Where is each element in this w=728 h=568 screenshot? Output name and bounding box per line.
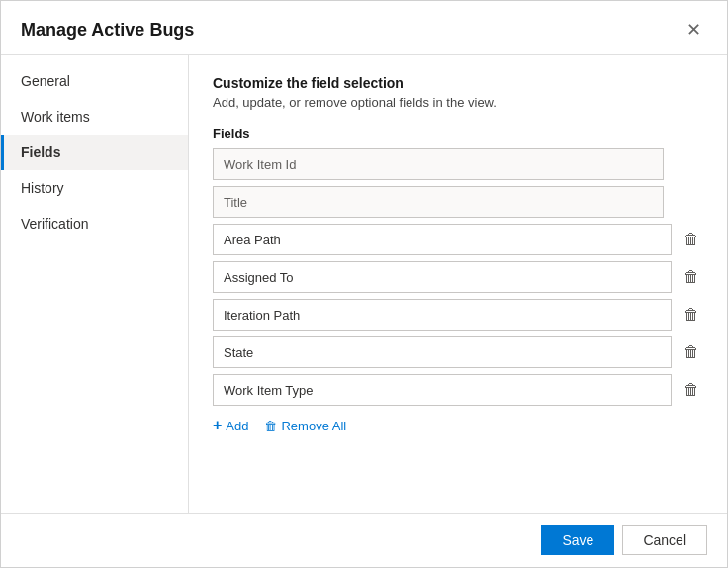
delete-button-state[interactable]: 🗑 [680,339,703,365]
cancel-button[interactable]: Cancel [622,525,707,555]
trash-icon-work-item-type: 🗑 [683,381,699,399]
dialog-body: General Work items Fields History Verifi… [1,55,727,513]
sidebar-item-general[interactable]: General [1,63,188,99]
field-input-iteration-path[interactable] [213,299,672,331]
field-row-title [213,186,703,218]
field-input-assigned-to[interactable] [213,261,672,293]
dialog-footer: Save Cancel [1,513,727,567]
sidebar-item-history[interactable]: History [1,170,188,206]
remove-all-button[interactable]: 🗑 Remove All [264,419,346,433]
field-input-title[interactable] [213,186,664,218]
trash-icon-remove-all: 🗑 [264,419,277,433]
sidebar-item-verification[interactable]: Verification [1,206,188,241]
fields-container: 🗑🗑🗑🗑🗑 [213,148,703,406]
sidebar-item-fields[interactable]: Fields [1,135,188,170]
delete-button-iteration-path[interactable]: 🗑 [680,302,703,328]
sidebar: General Work items Fields History Verifi… [1,55,189,513]
fields-label: Fields [213,126,703,141]
field-row-area-path: 🗑 [213,224,703,255]
dialog-title: Manage Active Bugs [21,20,194,41]
sidebar-item-work-items[interactable]: Work items [1,99,188,135]
add-label: Add [226,419,248,433]
main-content: Customize the field selection Add, updat… [189,55,727,513]
trash-icon-state: 🗑 [683,343,699,361]
trash-icon-area-path: 🗑 [683,231,699,248]
plus-icon: + [213,418,222,433]
delete-button-work-item-type[interactable]: 🗑 [680,377,703,403]
field-input-area-path[interactable] [213,224,672,255]
field-row-work-item-type: 🗑 [213,374,703,406]
close-button[interactable]: ✕ [681,17,707,43]
field-input-work-item-type[interactable] [213,374,672,406]
remove-all-label: Remove All [281,419,346,433]
delete-button-area-path[interactable]: 🗑 [680,227,703,252]
field-row-assigned-to: 🗑 [213,261,703,293]
trash-icon-iteration-path: 🗑 [683,306,699,324]
field-input-state[interactable] [213,336,672,368]
field-row-iteration-path: 🗑 [213,299,703,331]
section-desc: Add, update, or remove optional fields i… [213,95,703,110]
field-input-work-item-id[interactable] [213,148,664,180]
trash-icon-assigned-to: 🗑 [683,268,699,286]
add-button[interactable]: + Add [213,418,248,433]
dialog-header: Manage Active Bugs ✕ [1,1,727,55]
delete-button-assigned-to[interactable]: 🗑 [680,264,703,290]
section-title: Customize the field selection [213,75,703,91]
save-button[interactable]: Save [541,525,614,555]
field-row-work-item-id [213,148,703,180]
actions-row: + Add 🗑 Remove All [213,418,703,433]
field-row-state: 🗑 [213,336,703,368]
manage-active-bugs-dialog: Manage Active Bugs ✕ General Work items … [0,0,728,568]
